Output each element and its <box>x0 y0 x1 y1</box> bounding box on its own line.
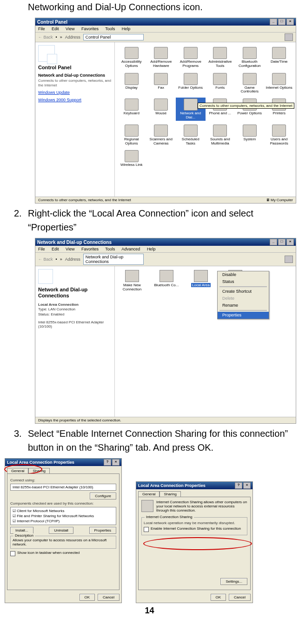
menu-help[interactable]: Help <box>122 26 131 31</box>
cp-icon[interactable]: Wireless Link <box>117 149 146 168</box>
close-button[interactable]: × <box>243 482 251 489</box>
uninstall-button[interactable]: Uninstall <box>49 527 73 534</box>
menu-edit[interactable]: Edit <box>52 26 59 31</box>
minimize-button[interactable]: _ <box>270 19 277 25</box>
applet-icon <box>154 99 168 111</box>
components-list[interactable]: ☑ Client for Microsoft Networks ☑ File a… <box>10 507 116 525</box>
cp-icon[interactable]: Fax <box>146 72 176 95</box>
help-button[interactable]: ? <box>235 482 242 489</box>
menu-edit[interactable]: Edit <box>52 247 59 251</box>
context-menu-item[interactable]: Create Shortcut <box>218 288 269 295</box>
cp-icon[interactable]: Regional Options <box>117 124 146 147</box>
close-button[interactable]: × <box>286 19 294 25</box>
close-button[interactable]: × <box>286 239 294 245</box>
address-label: Address <box>65 257 80 262</box>
configure-button[interactable]: Configure <box>90 493 116 499</box>
tab-general[interactable]: General <box>7 468 28 473</box>
menu-favorites[interactable]: Favorites <box>81 26 99 31</box>
cp-icon[interactable]: System <box>235 124 265 147</box>
cp-icon[interactable]: Internet Options <box>265 72 294 95</box>
icon-label: Add/Remove Hardware <box>147 60 175 68</box>
applet-icon <box>272 125 286 137</box>
cp-icon[interactable]: Power Options <box>235 98 265 121</box>
ok-button[interactable]: OK <box>211 594 226 601</box>
cp-icon[interactable]: Sounds and Multimedia <box>206 124 235 147</box>
list-item[interactable]: ☑ File and Printer Sharing for Microsoft… <box>12 513 115 519</box>
connection-icon[interactable]: Bluetooth Co... <box>153 270 180 291</box>
cp-icon[interactable]: Add/Remove Programs <box>176 46 206 69</box>
cp-icon[interactable]: Users and Passwords <box>265 124 294 147</box>
maximize-button[interactable]: □ <box>278 19 286 25</box>
properties-button[interactable]: Properties <box>89 527 116 534</box>
cp-icon[interactable]: Add/Remove Hardware <box>146 46 176 69</box>
menu-view[interactable]: View <box>66 26 74 31</box>
status-left: Connects to other computers, networks, a… <box>38 198 131 202</box>
cp-icon[interactable]: Printers <box>265 98 294 121</box>
tab-sharing[interactable]: Sharing <box>28 468 50 473</box>
cp-icon[interactable]: Mouse <box>146 98 176 121</box>
back-button[interactable]: ← Back <box>38 35 53 39</box>
context-menu-item[interactable]: Disable <box>218 271 269 278</box>
context-menu-item[interactable]: Status <box>218 278 269 285</box>
components-label: Components checked are used by this conn… <box>10 501 116 506</box>
cp-icon[interactable]: Bluetooth Configuration <box>235 46 265 69</box>
icon-label: Sounds and Multimedia <box>206 138 234 146</box>
context-menu-item[interactable]: Properties <box>218 312 269 319</box>
menu-help[interactable]: Help <box>147 247 156 251</box>
applet-icon <box>213 125 227 137</box>
cp-icon[interactable]: Game Controllers <box>235 72 265 95</box>
cancel-button[interactable]: Cancel <box>98 594 120 601</box>
menu-file[interactable]: File <box>38 247 45 251</box>
address-field[interactable]: Network and Dial-up Connections <box>83 254 144 265</box>
tab-general[interactable]: General <box>138 491 159 497</box>
tab-sharing[interactable]: Sharing <box>159 491 181 497</box>
enable-sharing-checkbox[interactable]: Enable Internet Connection Sharing for t… <box>144 526 245 532</box>
ok-button[interactable]: OK <box>80 594 95 601</box>
close-button[interactable]: × <box>112 459 120 466</box>
menu-tools[interactable]: Tools <box>105 26 115 31</box>
link-windows-update[interactable]: Windows Update <box>38 90 112 95</box>
applet-icon <box>154 73 168 85</box>
menubar: File Edit View Favorites Tools Advanced … <box>35 246 296 253</box>
cp-icon[interactable]: Display <box>117 72 146 95</box>
menu-file[interactable]: File <box>38 26 45 31</box>
menu-favorites[interactable]: Favorites <box>81 247 99 251</box>
adapter-field: Intel 8255x-based PCI Ethernet Adapter (… <box>10 484 116 491</box>
connection-icon[interactable]: Make New Connection <box>119 270 146 291</box>
install-button[interactable]: Install... <box>10 527 33 534</box>
menu-view[interactable]: View <box>66 247 74 251</box>
go-button[interactable] <box>285 33 293 41</box>
cp-icon[interactable]: Scheduled Tasks <box>176 124 206 147</box>
cp-icon[interactable]: Accessibility Options <box>117 46 146 69</box>
back-button[interactable]: ← Back <box>38 257 53 262</box>
cp-icon[interactable]: Keyboard <box>117 98 146 121</box>
list-item[interactable]: ☑ Client for Microsoft Networks <box>12 508 115 513</box>
maximize-button[interactable]: □ <box>278 239 286 245</box>
context-menu-item[interactable]: Delete <box>218 295 269 302</box>
cp-icon[interactable]: Fonts <box>206 72 235 95</box>
cp-icon[interactable]: Network and Dial... <box>176 98 206 121</box>
list-item[interactable]: ☑ Internet Protocol (TCP/IP) <box>12 519 115 524</box>
cp-icon[interactable]: Phone and ... <box>206 98 235 121</box>
minimize-button[interactable]: _ <box>270 239 277 245</box>
link-win2000-support[interactable]: Windows 2000 Support <box>38 98 112 102</box>
help-button[interactable]: ? <box>104 459 111 466</box>
cp-icon[interactable]: Scanners and Cameras <box>146 124 176 147</box>
cp-icon[interactable]: Date/Time <box>265 46 294 69</box>
connection-icon[interactable]: Local Area <box>187 270 214 291</box>
settings-button[interactable]: Settings... <box>220 578 247 585</box>
icon-label: Mouse <box>155 112 166 116</box>
cp-icon[interactable]: Folder Options <box>176 72 206 95</box>
context-menu-item[interactable]: Rename <box>218 302 269 309</box>
address-field[interactable]: Control Panel <box>83 34 144 40</box>
menubar: File Edit View Favorites Tools Help <box>35 26 296 33</box>
status-text: Displays the properties of the selected … <box>38 418 121 422</box>
show-icon-checkbox[interactable]: Show icon in taskbar when connected <box>10 551 116 556</box>
cancel-button[interactable]: Cancel <box>229 594 251 601</box>
icon-label: Printers <box>272 112 286 116</box>
menu-tools[interactable]: Tools <box>105 247 115 251</box>
menu-advanced[interactable]: Advanced <box>121 247 140 251</box>
cp-icon[interactable]: Administrative Tools <box>206 46 235 69</box>
go-button[interactable] <box>285 256 293 263</box>
applet-icon <box>154 47 168 59</box>
